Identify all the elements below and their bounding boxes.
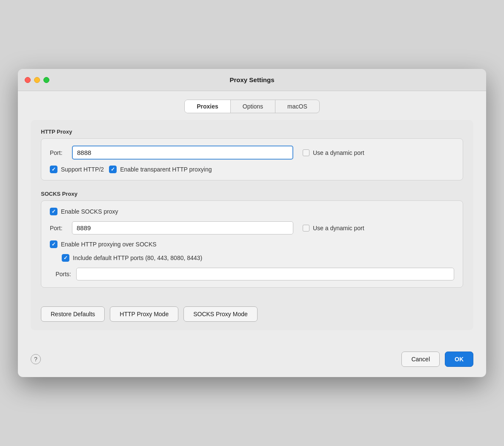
- default-ports-row[interactable]: Include default HTTP ports (80, 443, 808…: [62, 254, 454, 262]
- close-button[interactable]: [25, 77, 31, 83]
- http-dynamic-port-label: Use a dynamic port: [313, 149, 364, 156]
- tab-group: Proxies Options macOS: [184, 100, 320, 113]
- socks-dynamic-port-row: Use a dynamic port: [303, 225, 364, 232]
- http-port-row: Port: Use a dynamic port: [50, 146, 454, 160]
- transparent-proxy-checkbox[interactable]: [109, 166, 117, 173]
- http-port-input[interactable]: [72, 146, 293, 160]
- http-port-group: Use a dynamic port: [72, 146, 454, 160]
- cancel-button[interactable]: Cancel: [401, 352, 440, 367]
- enable-socks-label: Enable SOCKS proxy: [61, 208, 118, 215]
- http-over-socks-checkbox[interactable]: [50, 240, 57, 248]
- support-http2-checkbox[interactable]: [50, 166, 57, 173]
- support-http2-row[interactable]: Support HTTP/2: [50, 166, 104, 173]
- transparent-proxy-label: Enable transparent HTTP proxying: [120, 166, 212, 173]
- socks-ports-label: Ports:: [50, 271, 71, 277]
- tab-macos[interactable]: macOS: [275, 100, 319, 113]
- maximize-button[interactable]: [43, 77, 49, 83]
- http-proxy-box: Port: Use a dynamic port: [41, 138, 463, 180]
- tabs-container: Proxies Options macOS: [31, 100, 473, 113]
- http-proxy-section: HTTP Proxy Port: Use a dynamic port: [41, 129, 463, 180]
- help-button[interactable]: ?: [31, 354, 41, 364]
- restore-defaults-button[interactable]: Restore Defaults: [41, 306, 105, 322]
- titlebar: Proxy Settings: [18, 69, 486, 91]
- socks-ports-row: Ports:: [50, 268, 454, 280]
- socks-proxy-mode-button[interactable]: SOCKS Proxy Mode: [183, 306, 258, 322]
- transparent-proxy-row[interactable]: Enable transparent HTTP proxying: [109, 166, 212, 173]
- traffic-lights: [25, 77, 49, 83]
- socks-port-input[interactable]: [72, 221, 293, 234]
- http-dynamic-port-checkbox[interactable]: [303, 149, 309, 156]
- default-ports-label: Include default HTTP ports (80, 443, 808…: [73, 254, 202, 261]
- socks-dynamic-port-label: Use a dynamic port: [313, 225, 364, 232]
- http-over-socks-label: Enable HTTP proxying over SOCKS: [61, 241, 157, 248]
- socks-ports-input[interactable]: [76, 268, 454, 280]
- action-buttons: Restore Defaults HTTP Proxy Mode SOCKS P…: [41, 306, 463, 322]
- tab-options[interactable]: Options: [231, 100, 275, 113]
- main-content: Proxies Options macOS HTTP Proxy Port:: [18, 91, 486, 343]
- enable-socks-row[interactable]: Enable SOCKS proxy: [50, 208, 454, 215]
- enable-socks-checkbox[interactable]: [50, 208, 57, 215]
- socks-dynamic-port-checkbox[interactable]: [303, 225, 309, 232]
- http-port-label: Port:: [50, 149, 67, 156]
- support-http2-label: Support HTTP/2: [61, 166, 104, 173]
- footer: ? Cancel OK: [18, 343, 486, 377]
- ok-button[interactable]: OK: [445, 352, 473, 367]
- http-proxy-mode-button[interactable]: HTTP Proxy Mode: [110, 306, 178, 322]
- http-proxy-label: HTTP Proxy: [41, 129, 463, 135]
- footer-right-buttons: Cancel OK: [401, 352, 473, 367]
- socks-port-group: Use a dynamic port: [72, 221, 454, 234]
- mode-buttons: Restore Defaults HTTP Proxy Mode SOCKS P…: [41, 306, 258, 322]
- http-over-socks-row[interactable]: Enable HTTP proxying over SOCKS: [50, 240, 454, 248]
- tab-proxies[interactable]: Proxies: [185, 100, 231, 113]
- proxy-settings-window: Proxy Settings Proxies Options macOS HTT…: [18, 69, 486, 377]
- http-options-row: Support HTTP/2 Enable transparent HTTP p…: [50, 166, 454, 173]
- socks-port-row: Port: Use a dynamic port: [50, 221, 454, 234]
- settings-panel: HTTP Proxy Port: Use a dynamic port: [31, 120, 473, 330]
- window-title: Proxy Settings: [229, 76, 274, 83]
- http-dynamic-port-row: Use a dynamic port: [303, 149, 364, 156]
- socks-proxy-box: Enable SOCKS proxy Port: Use a dynamic p…: [41, 200, 463, 288]
- minimize-button[interactable]: [34, 77, 40, 83]
- socks-proxy-label: SOCKS Proxy: [41, 191, 463, 197]
- socks-proxy-section: SOCKS Proxy Enable SOCKS proxy Port:: [41, 191, 463, 288]
- default-ports-checkbox[interactable]: [62, 254, 69, 262]
- socks-port-label: Port:: [50, 225, 67, 232]
